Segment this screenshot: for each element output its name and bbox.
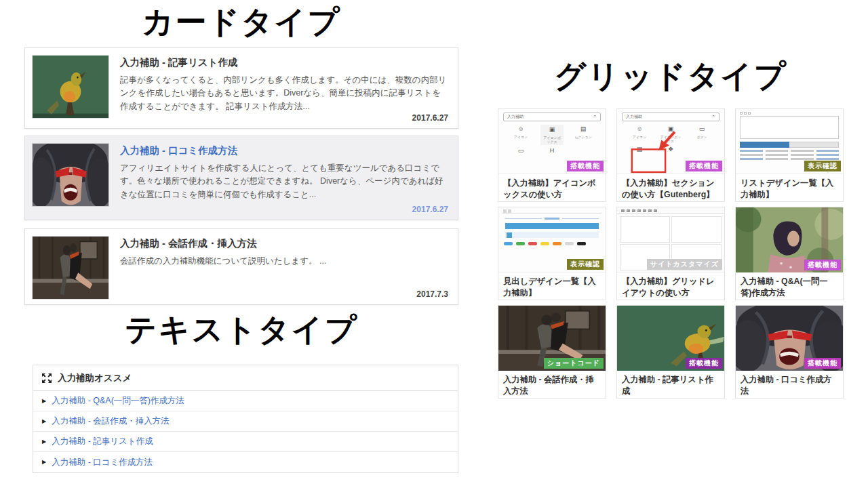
text-list-link[interactable]: 入力補助 - Q&A(一問一答)作成方法 (52, 395, 184, 407)
section-title-grid-type: グリッドタイプ (498, 56, 844, 98)
tab-bar (740, 142, 839, 148)
grid-card[interactable]: 入力補助 ⌃ ☺アイコン ▣アイコンボックス ▭ボタン ▤ ❖ 搭載機能 【入力… (616, 108, 725, 202)
text-list-item[interactable]: ▶ 入力補助 - 記事リスト作成 (33, 432, 458, 452)
block-icon-item: ☺アイコン (509, 125, 532, 145)
article-title-link[interactable]: 入力補助 - 記事リスト作成 (120, 56, 448, 69)
color-swatch (577, 242, 586, 245)
category-badge[interactable]: 表示確認 (567, 259, 604, 270)
text-list-item[interactable]: ▶ 入力補助 - 会話作成・挿入方法 (33, 411, 458, 432)
block-icon-item: H (540, 146, 564, 155)
thumbnail-bird: 搭載機能 (617, 306, 724, 371)
text-list-item[interactable]: ▶ 入力補助 - Q&A(一問一答)作成方法 (33, 391, 458, 411)
widget-header: 入力補助オススメ (33, 365, 458, 391)
thumbnail-bird (32, 55, 109, 119)
grid-card[interactable]: サイトカスタマイズ 【入力補助】グリッドレイアウトの使い方 (616, 207, 725, 300)
article-date: 2017.7.3 (416, 289, 448, 299)
block-icon-item: ☺アイコン (628, 125, 651, 144)
grid-card[interactable]: 表示確認 リストデザイン一覧【入力補助】 (735, 108, 844, 202)
grid-card[interactable]: 表示確認 見出しデザイン一覧【入力補助】 (498, 207, 606, 300)
heading-style-divider (505, 217, 599, 220)
section-title-card-type: カードタイプ (24, 1, 458, 43)
color-swatch (553, 242, 561, 245)
grid-card[interactable]: 搭載機能 入力補助 - Q&A(一問一答)作成方法 (735, 207, 844, 300)
category-badge[interactable]: サイトカスタマイズ (647, 259, 722, 270)
thumbnail-screenshot-heading-design: 表示確認 (498, 207, 606, 272)
triangle-bullet-icon: ▶ (42, 439, 46, 445)
grid-card[interactable]: 入力補助 ⌃ ☺アイコン ▣アイコンボックス ▤セクション ▭ H 搭載機能 【… (498, 108, 606, 202)
thumbnail-screenshot-list-design: 表示確認 (736, 109, 843, 174)
thumbnail-screenshot-section-block: 入力補助 ⌃ ☺アイコン ▣アイコンボックス ▭ボタン ▤ ❖ 搭載機能 (617, 109, 724, 174)
thumbnail-screenshot-grid-layout: サイトカスタマイズ (617, 207, 724, 272)
grid-card[interactable]: 搭載機能 入力補助 - 口コミ作成方法 (735, 305, 844, 399)
color-swatch (540, 242, 549, 245)
card-article-conversation-create[interactable]: 入力補助 - 会話作成・挿入方法 会話作成の入力補助機能について説明いたします。… (24, 228, 458, 305)
mini-toolbar (736, 109, 843, 116)
heading-style-pale (505, 232, 599, 238)
thumbnail-dancing-couple (32, 236, 109, 300)
text-list-link[interactable]: 入力補助 - 会話作成・挿入方法 (52, 415, 170, 427)
article-date: 2017.6.27 (412, 113, 448, 123)
block-icon-item: ▭ボタン (690, 125, 713, 144)
article-title-link[interactable]: 入力補助 - 口コミ作成方法 (120, 144, 448, 157)
category-badge[interactable]: 表示確認 (804, 161, 841, 171)
category-badge[interactable]: 搭載機能 (804, 358, 841, 369)
caret-up-icon: ⌃ (711, 115, 715, 119)
article-date: 2017.6.27 (412, 205, 448, 214)
card-article-review-create[interactable]: 入力補助 - 口コミ作成方法 アフィリエイトサイトを作成する人にとって、とても重… (24, 136, 458, 220)
category-badge[interactable]: 搭載機能 (686, 161, 722, 171)
color-swatch (504, 242, 513, 245)
grid-card-title[interactable]: 入力補助 - 会話作成・挿入方法 (498, 371, 606, 397)
grid-card[interactable]: 搭載機能 入力補助 - 記事リスト作成 (616, 305, 725, 399)
mini-toolbar (502, 209, 601, 214)
block-icon-item (572, 146, 595, 155)
color-swatch (516, 242, 525, 245)
thumbnail-screaming-person: 搭載機能 (736, 306, 843, 371)
article-excerpt: 記事が多くなってくると、内部リンクも多く作成します。その中には、複数の内部リンク… (120, 74, 448, 113)
thumbnail-woman-greenery: 搭載機能 (736, 207, 843, 272)
color-swatch (565, 242, 574, 245)
heading-style-solid (505, 223, 599, 229)
category-badge[interactable]: 搭載機能 (567, 161, 604, 171)
inserter-search-text: 入力補助 (626, 114, 642, 120)
block-icon-item: ▣アイコンボックス (659, 125, 682, 144)
inserter-search-field: 入力補助 ⌃ (622, 113, 719, 121)
article-excerpt: アフィリエイトサイトを作成する人にとって、とても重要なツールである口コミです。色… (120, 162, 448, 201)
grid-card-title[interactable]: 【入力補助】アイコンボックスの使い方【Gutenberg】 (498, 174, 606, 202)
grid-card-title[interactable]: リストデザイン一覧【入力補助】 (736, 174, 843, 201)
category-badge[interactable]: 搭載機能 (686, 358, 722, 369)
triangle-bullet-icon: ▶ (42, 419, 46, 424)
grid-type-container: 入力補助 ⌃ ☺アイコン ▣アイコンボックス ▤セクション ▭ H 搭載機能 【… (498, 108, 844, 399)
caret-up-icon: ⌃ (593, 115, 597, 119)
widget-header-label: 入力補助オススメ (58, 372, 132, 384)
block-icon-item: ❖ (659, 145, 682, 154)
grid-card-title[interactable]: 入力補助 - Q&A(一問一答)作成方法 (736, 272, 843, 299)
article-excerpt: 会話作成の入力補助機能について説明いたします。 ... (120, 255, 448, 268)
grid-card-title[interactable]: 【入力補助】グリッドレイアウトの使い方 (617, 272, 724, 299)
thumbnail-screenshot-block-inserter: 入力補助 ⌃ ☺アイコン ▣アイコンボックス ▤セクション ▭ H 搭載機能 (498, 109, 606, 174)
block-icon-item: ▣アイコンボックス (540, 125, 564, 145)
color-swatch-row (504, 242, 600, 245)
inserter-search-field: 入力補助 ⌃ (503, 113, 601, 121)
editor-area (740, 116, 839, 139)
color-swatch (528, 242, 537, 245)
category-badge[interactable]: 搭載機能 (804, 260, 841, 270)
expand-arrows-icon (42, 373, 52, 383)
text-list-link[interactable]: 入力補助 - 口コミ作成方法 (52, 457, 153, 468)
grid-card-title[interactable]: 入力補助 - 口コミ作成方法 (736, 371, 843, 397)
grid-card-title[interactable]: 入力補助 - 記事リスト作成 (617, 371, 724, 397)
grid-card-title[interactable]: 見出しデザイン一覧【入力補助】 (498, 272, 606, 299)
text-list-link[interactable]: 入力補助 - 記事リスト作成 (52, 436, 153, 447)
grid-card-title[interactable]: 【入力補助】セクションの使い方【Gutenberg】 (617, 174, 724, 201)
thumbnail-dancing-couple: ショートコード (498, 306, 606, 371)
article-title-link[interactable]: 入力補助 - 会話作成・挿入方法 (120, 237, 448, 250)
checkbox-list-rows (736, 148, 843, 160)
text-list-item[interactable]: ▶ 入力補助 - 口コミ作成方法 (33, 452, 458, 472)
triangle-bullet-icon: ▶ (42, 460, 46, 465)
triangle-bullet-icon: ▶ (42, 399, 46, 404)
category-badge[interactable]: ショートコード (544, 358, 604, 369)
editor-toolbar (617, 207, 724, 214)
block-icon-item: ▭ (509, 146, 532, 155)
card-article-list-create[interactable]: 入力補助 - 記事リスト作成 記事が多くなってくると、内部リンクも多く作成します… (24, 47, 458, 129)
text-type-widget: 入力補助オススメ ▶ 入力補助 - Q&A(一問一答)作成方法 ▶ 入力補助 -… (33, 365, 458, 473)
grid-card[interactable]: ショートコード 入力補助 - 会話作成・挿入方法 (498, 305, 606, 399)
